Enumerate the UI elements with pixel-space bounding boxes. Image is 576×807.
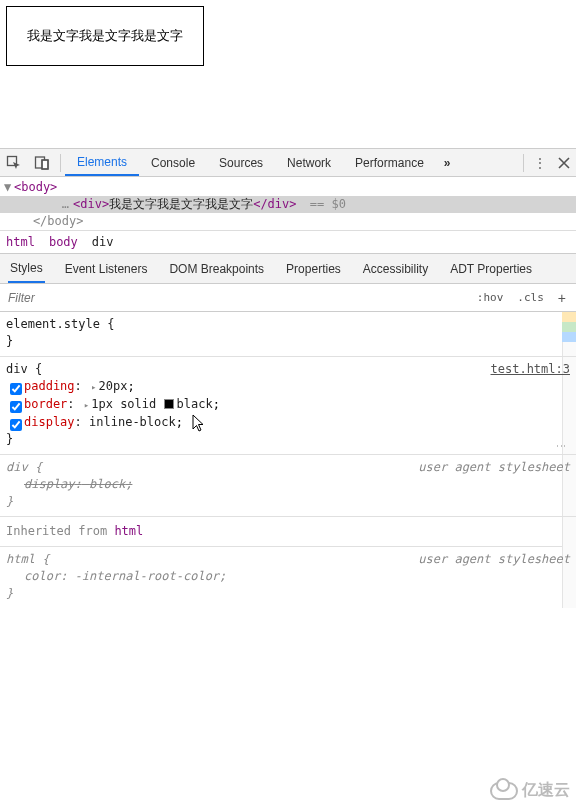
separator	[60, 154, 61, 172]
inherited-from-link[interactable]: html	[114, 524, 143, 538]
tab-sources[interactable]: Sources	[207, 149, 275, 176]
rule-element-style[interactable]: element.style { }	[0, 312, 576, 357]
device-toolbar-icon[interactable]	[28, 149, 56, 177]
color-strip	[562, 312, 576, 342]
selector[interactable]: div	[6, 362, 28, 376]
dom-body-open[interactable]: ▼<body>	[0, 179, 576, 196]
separator	[523, 154, 524, 172]
tabbar-right: ⋮	[519, 149, 576, 177]
ellipsis-icon: …	[62, 197, 73, 211]
styles-filter-input[interactable]	[4, 289, 471, 307]
svg-rect-2	[42, 160, 48, 169]
cls-toggle[interactable]: .cls	[511, 289, 550, 306]
rule-div-ua: user agent stylesheet div { display: blo…	[0, 455, 576, 517]
expand-triangle-icon[interactable]: ▼	[4, 179, 14, 196]
tab-console[interactable]: Console	[139, 149, 207, 176]
tab-performance[interactable]: Performance	[343, 149, 436, 176]
dom-selected-div[interactable]: …<div>我是文字我是文字我是文字</div> == $0	[0, 196, 576, 213]
tab-elements[interactable]: Elements	[65, 149, 139, 176]
prop-toggle[interactable]	[10, 419, 22, 431]
breadcrumb: html body div	[0, 230, 576, 254]
selector: html	[6, 552, 35, 566]
inspect-element-icon[interactable]	[0, 149, 28, 177]
prop-toggle[interactable]	[10, 401, 22, 413]
crumb-body[interactable]: body	[49, 235, 78, 249]
subtab-adtproperties[interactable]: ADT Properties	[448, 254, 534, 283]
ua-stylesheet-label: user agent stylesheet	[418, 459, 570, 476]
expand-value-icon[interactable]: ▸	[91, 382, 96, 392]
tab-network[interactable]: Network	[275, 149, 343, 176]
crumb-html[interactable]: html	[6, 235, 35, 249]
devtools-tabbar: Elements Console Sources Network Perform…	[0, 149, 576, 177]
main-tabs: Elements Console Sources Network Perform…	[65, 149, 519, 176]
prop-toggle[interactable]	[10, 383, 22, 395]
dom-body-close[interactable]: </body>	[0, 213, 576, 230]
subtab-dombreakpoints[interactable]: DOM Breakpoints	[167, 254, 266, 283]
css-prop-padding[interactable]: padding: ▸20px;	[6, 378, 570, 396]
subtab-eventlisteners[interactable]: Event Listeners	[63, 254, 150, 283]
subtab-styles[interactable]: Styles	[8, 254, 45, 283]
expand-value-icon[interactable]: ▸	[84, 400, 89, 410]
ua-stylesheet-label: user agent stylesheet	[418, 551, 570, 568]
css-prop-border[interactable]: border: ▸1px solid black;	[6, 396, 570, 414]
watermark-text: 亿速云	[522, 780, 570, 801]
styles-pane: ▴ element.style { } test.html:3 div { pa…	[0, 312, 576, 608]
css-prop-color-ua: color: -internal-root-color;	[6, 568, 570, 585]
rule-html-ua: user agent stylesheet html { color: -int…	[0, 547, 576, 608]
color-swatch-icon[interactable]	[164, 399, 174, 409]
subtab-properties[interactable]: Properties	[284, 254, 343, 283]
new-style-rule-icon[interactable]: +	[552, 290, 572, 306]
hov-toggle[interactable]: :hov	[471, 289, 510, 306]
rule-div-author[interactable]: test.html:3 div { padding: ▸20px; border…	[0, 357, 576, 455]
more-icon[interactable]: ⋮	[553, 441, 570, 452]
cloud-icon	[490, 782, 518, 800]
devtools-panel: Elements Console Sources Network Perform…	[0, 148, 576, 807]
kebab-menu-icon[interactable]: ⋮	[528, 149, 552, 177]
watermark: 亿速云	[490, 780, 570, 801]
tabs-overflow-icon[interactable]: »	[436, 149, 459, 176]
selector[interactable]: element.style	[6, 317, 100, 331]
close-icon[interactable]	[552, 149, 576, 177]
styles-filter-bar: :hov .cls +	[0, 284, 576, 312]
inherited-header: Inherited from html	[0, 517, 576, 547]
source-link[interactable]: test.html:3	[491, 361, 570, 378]
crumb-div[interactable]: div	[92, 235, 114, 249]
rendered-page: 我是文字我是文字我是文字	[0, 0, 576, 140]
demo-div: 我是文字我是文字我是文字	[6, 6, 204, 66]
css-prop-display[interactable]: display: inline-block;	[6, 414, 570, 431]
selector: div	[6, 460, 28, 474]
dom-tree[interactable]: ▼<body> …<div>我是文字我是文字我是文字</div> == $0 <…	[0, 177, 576, 230]
css-prop-display-ua: display: block;	[6, 476, 570, 493]
subtab-accessibility[interactable]: Accessibility	[361, 254, 430, 283]
selected-ref: == $0	[303, 197, 346, 211]
styles-subtabs: Styles Event Listeners DOM Breakpoints P…	[0, 254, 576, 284]
